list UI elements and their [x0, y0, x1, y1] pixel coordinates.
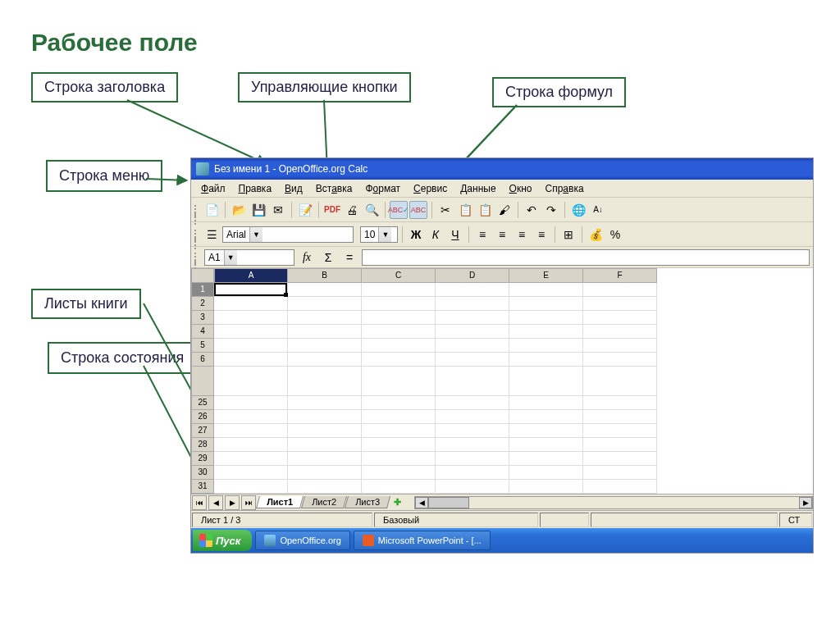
name-box[interactable]: A1 ▼ [204, 249, 294, 266]
currency-button[interactable]: 💰 [587, 226, 605, 244]
cut-button[interactable]: ✂ [436, 201, 454, 219]
font-name-dropdown[interactable]: Arial ▼ [222, 226, 354, 243]
fill-handle-icon[interactable] [284, 293, 288, 297]
app-window: Без имени 1 - OpenOffice.org Calc Файл П… [190, 157, 814, 554]
spreadsheet-grid: 1 2 3 4 5 6 25 26 27 28 29 30 31 A B C D… [191, 268, 813, 494]
copy-button[interactable]: 📋 [456, 201, 474, 219]
horizontal-scrollbar[interactable]: ◀ ▶ [414, 496, 813, 509]
status-bar: Лист 1 / 3 Базовый СТ [191, 510, 813, 528]
menu-data[interactable]: Данные [454, 181, 502, 196]
label-formula-bar: Строка формул [492, 77, 626, 107]
pdf-button[interactable]: PDF [323, 201, 341, 219]
scroll-right-button[interactable]: ▶ [799, 497, 812, 508]
row-header[interactable]: 26 [191, 410, 214, 424]
row-header[interactable]: 25 [191, 396, 214, 410]
underline-button[interactable]: Ч [446, 226, 464, 244]
menu-help[interactable]: Справка [538, 181, 590, 196]
edit-button[interactable]: 📝 [296, 201, 314, 219]
email-button[interactable]: ✉ [269, 201, 287, 219]
taskbar-task[interactable]: Microsoft PowerPoint - [... [354, 531, 491, 550]
sort-button[interactable]: A↓ [589, 201, 607, 219]
print-button[interactable]: 🖨 [343, 201, 361, 219]
tab-prev-button[interactable]: ◀ [208, 495, 223, 510]
standard-toolbar: 📄 📂 💾 ✉ 📝 PDF 🖨 🔍 ABC✓ ABC ✂ 📋 📋 🖌 ↶ ↷ 🌐… [191, 198, 813, 222]
italic-button[interactable]: К [427, 226, 445, 244]
title-bar[interactable]: Без имени 1 - OpenOffice.org Calc [191, 158, 813, 180]
row-header[interactable]: 4 [191, 325, 214, 339]
column-header[interactable]: D [436, 268, 509, 283]
sheet-tabs-bar: ⏮ ◀ ▶ ⏭ Лист1 Лист2 Лист3 ✚ ◀ ▶ [191, 494, 813, 510]
spellcheck-button[interactable]: ABC✓ [390, 201, 408, 219]
row-header[interactable]: 28 [191, 438, 214, 452]
toolbar-grip-icon[interactable] [194, 202, 199, 218]
start-button[interactable]: Пуск [193, 530, 252, 551]
undo-button[interactable]: ↶ [523, 201, 541, 219]
align-justify-button[interactable]: ≡ [532, 226, 550, 244]
row-header[interactable]: 27 [191, 424, 214, 438]
format-paint-button[interactable]: 🖌 [495, 201, 514, 219]
menu-tools[interactable]: Сервис [407, 181, 454, 196]
row-header[interactable]: 1 [191, 283, 214, 297]
tab-last-button[interactable]: ⏭ [241, 495, 256, 510]
save-button[interactable]: 💾 [249, 201, 267, 219]
label-sheets: Листы книги [31, 289, 141, 319]
menu-window[interactable]: Окно [503, 181, 539, 196]
scroll-thumb[interactable] [428, 497, 469, 508]
tab-next-button[interactable]: ▶ [225, 495, 240, 510]
chevron-down-icon: ▼ [224, 250, 237, 265]
menu-file[interactable]: Файл [194, 181, 232, 196]
column-header[interactable]: F [583, 268, 657, 283]
font-size-dropdown[interactable]: 10 ▼ [360, 226, 398, 243]
menu-insert[interactable]: Вставка [309, 181, 359, 196]
row-header[interactable]: 31 [191, 480, 214, 494]
formula-input[interactable] [362, 249, 810, 266]
styles-button[interactable]: ☰ [203, 226, 221, 244]
active-cell-cursor[interactable] [214, 283, 287, 296]
slide-title: Рабочее поле [31, 29, 198, 57]
sheet-tab[interactable]: Лист2 [301, 496, 347, 508]
toolbar-grip-icon[interactable] [194, 249, 199, 266]
taskbar: Пуск OpenOffice.org Microsoft PowerPoint… [191, 528, 813, 553]
autospell-button[interactable]: ABC [409, 201, 427, 219]
chevron-down-icon: ▼ [378, 227, 391, 242]
merge-cells-button[interactable]: ⊞ [559, 226, 578, 244]
column-header[interactable]: A [214, 268, 288, 283]
equals-button[interactable]: = [340, 248, 358, 267]
percent-button[interactable]: % [606, 226, 624, 244]
sum-button[interactable]: Σ [319, 248, 337, 267]
hyperlink-button[interactable]: 🌐 [569, 201, 587, 219]
scroll-left-button[interactable]: ◀ [415, 497, 428, 508]
align-center-button[interactable]: ≡ [493, 226, 511, 244]
add-sheet-button[interactable]: ✚ [389, 497, 406, 508]
row-header[interactable]: 5 [191, 339, 214, 353]
row-header[interactable]: 6 [191, 353, 214, 367]
taskbar-task[interactable]: OpenOffice.org [255, 531, 349, 550]
new-doc-button[interactable]: 📄 [203, 201, 221, 219]
row-header[interactable]: 3 [191, 311, 214, 325]
row-header[interactable]: 29 [191, 452, 214, 466]
open-button[interactable]: 📂 [230, 201, 248, 219]
select-all-corner[interactable] [191, 268, 214, 283]
status-right: СТ [779, 513, 812, 527]
sheet-tab[interactable]: Лист3 [345, 496, 390, 508]
label-menu-bar: Строка меню [46, 160, 162, 192]
paste-button[interactable]: 📋 [476, 201, 494, 219]
align-right-button[interactable]: ≡ [513, 226, 531, 244]
column-header[interactable]: B [288, 268, 362, 283]
function-wizard-button[interactable]: fx [298, 248, 316, 267]
column-header[interactable]: C [362, 268, 436, 283]
row-header[interactable]: 30 [191, 466, 214, 480]
menu-view[interactable]: Вид [278, 181, 309, 196]
label-control-buttons: Управляющие кнопки [238, 72, 411, 103]
sheet-tab[interactable]: Лист1 [256, 496, 304, 508]
preview-button[interactable]: 🔍 [363, 201, 381, 219]
tab-first-button[interactable]: ⏮ [192, 495, 207, 510]
row-header[interactable]: 2 [191, 297, 214, 311]
redo-button[interactable]: ↷ [542, 201, 560, 219]
align-left-button[interactable]: ≡ [473, 226, 491, 244]
bold-button[interactable]: Ж [407, 226, 425, 244]
toolbar-grip-icon[interactable] [194, 226, 199, 243]
menu-format[interactable]: Формат [358, 181, 407, 196]
menu-edit[interactable]: Правка [232, 181, 279, 196]
column-header[interactable]: E [509, 268, 583, 283]
